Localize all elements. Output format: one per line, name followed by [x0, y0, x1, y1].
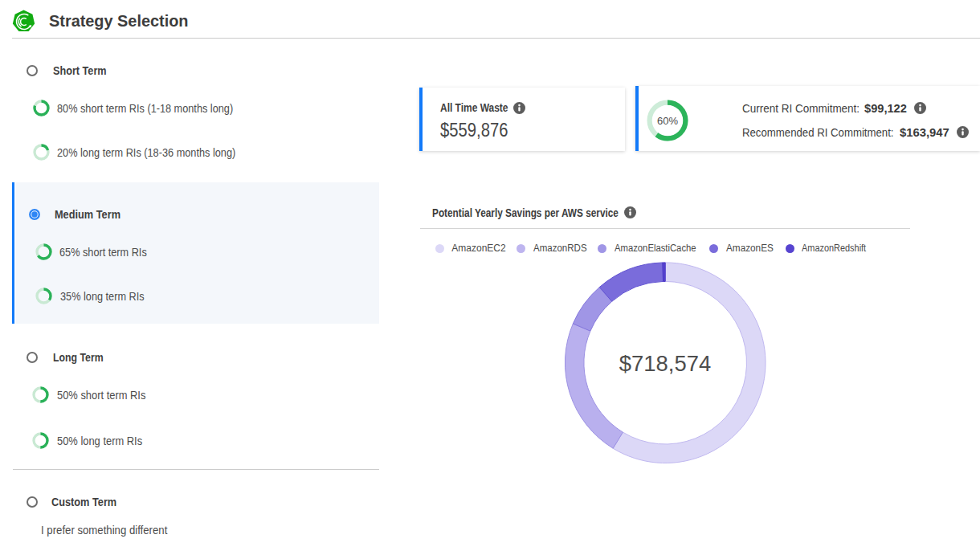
- svg-text:60%: 60%: [657, 114, 678, 126]
